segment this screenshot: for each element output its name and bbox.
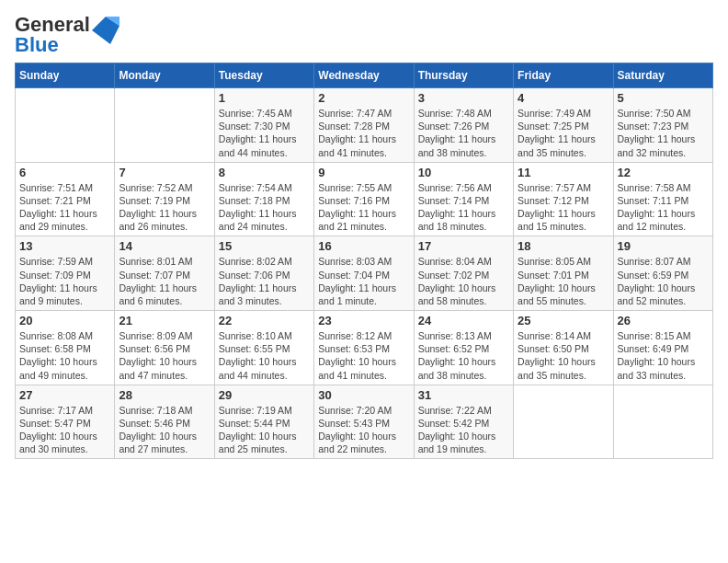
day-cell: 26 Sunrise: 8:15 AMSunset: 6:49 PMDaylig… [613, 311, 712, 385]
logo-icon [92, 17, 119, 44]
day-cell [514, 385, 613, 459]
day-info: Sunrise: 7:47 AMSunset: 7:28 PMDaylight:… [318, 107, 409, 159]
day-cell: 25 Sunrise: 8:14 AMSunset: 6:50 PMDaylig… [514, 311, 613, 385]
day-info: Sunrise: 7:55 AMSunset: 7:16 PMDaylight:… [318, 181, 409, 234]
day-info: Sunrise: 8:03 AMSunset: 7:04 PMDaylight:… [318, 255, 409, 307]
day-cell: 9 Sunrise: 7:55 AMSunset: 7:16 PMDayligh… [314, 162, 414, 236]
day-cell: 18 Sunrise: 8:05 AMSunset: 7:01 PMDaylig… [514, 236, 613, 311]
day-info: Sunrise: 8:13 AMSunset: 6:52 PMDaylight:… [418, 329, 509, 382]
day-cell [16, 88, 115, 163]
day-cell: 6 Sunrise: 7:51 AMSunset: 7:21 PMDayligh… [16, 162, 115, 236]
day-cell: 29 Sunrise: 7:19 AMSunset: 5:44 PMDaylig… [214, 385, 313, 459]
day-cell: 14 Sunrise: 8:01 AMSunset: 7:07 PMDaylig… [115, 236, 214, 311]
day-number: 17 [418, 239, 509, 253]
day-cell: 28 Sunrise: 7:18 AMSunset: 5:46 PMDaylig… [115, 385, 214, 459]
week-row-3: 13 Sunrise: 7:59 AMSunset: 7:09 PMDaylig… [16, 236, 713, 311]
day-cell: 13 Sunrise: 7:59 AMSunset: 7:09 PMDaylig… [16, 236, 115, 311]
day-info: Sunrise: 7:18 AMSunset: 5:46 PMDaylight:… [119, 404, 210, 456]
col-header-monday: Monday [115, 63, 214, 88]
day-number: 8 [219, 166, 310, 179]
day-number: 11 [518, 166, 609, 179]
day-number: 12 [618, 166, 709, 179]
day-number: 28 [119, 388, 210, 402]
day-info: Sunrise: 8:12 AMSunset: 6:53 PMDaylight:… [318, 329, 409, 382]
day-info: Sunrise: 7:54 AMSunset: 7:18 PMDaylight:… [219, 181, 310, 234]
day-info: Sunrise: 8:07 AMSunset: 6:59 PMDaylight:… [618, 255, 709, 307]
day-info: Sunrise: 8:10 AMSunset: 6:55 PMDaylight:… [219, 329, 310, 382]
day-number: 31 [418, 388, 509, 402]
day-number: 25 [518, 314, 609, 327]
day-info: Sunrise: 7:50 AMSunset: 7:23 PMDaylight:… [618, 107, 709, 159]
day-cell: 3 Sunrise: 7:48 AMSunset: 7:26 PMDayligh… [414, 88, 513, 163]
day-number: 9 [318, 166, 409, 179]
day-cell: 24 Sunrise: 8:13 AMSunset: 6:52 PMDaylig… [414, 311, 513, 385]
day-cell: 15 Sunrise: 8:02 AMSunset: 7:06 PMDaylig… [214, 236, 313, 311]
day-number: 1 [219, 91, 310, 105]
day-cell: 11 Sunrise: 7:57 AMSunset: 7:12 PMDaylig… [514, 162, 613, 236]
day-info: Sunrise: 7:17 AMSunset: 5:47 PMDaylight:… [19, 404, 110, 456]
day-info: Sunrise: 7:45 AMSunset: 7:30 PMDaylight:… [219, 107, 310, 159]
day-info: Sunrise: 7:22 AMSunset: 5:42 PMDaylight:… [418, 404, 509, 456]
day-cell: 5 Sunrise: 7:50 AMSunset: 7:23 PMDayligh… [613, 88, 712, 163]
day-number: 23 [318, 314, 409, 327]
day-number: 18 [518, 239, 609, 253]
day-number: 3 [418, 91, 509, 105]
day-cell [115, 88, 214, 163]
day-number: 30 [318, 388, 409, 402]
day-cell [613, 385, 712, 459]
day-cell: 17 Sunrise: 8:04 AMSunset: 7:02 PMDaylig… [414, 236, 513, 311]
day-number: 27 [19, 388, 110, 402]
day-cell: 22 Sunrise: 8:10 AMSunset: 6:55 PMDaylig… [214, 311, 313, 385]
week-row-1: 1 Sunrise: 7:45 AMSunset: 7:30 PMDayligh… [16, 88, 713, 163]
day-info: Sunrise: 8:08 AMSunset: 6:58 PMDaylight:… [19, 329, 110, 382]
day-cell: 7 Sunrise: 7:52 AMSunset: 7:19 PMDayligh… [115, 162, 214, 236]
day-info: Sunrise: 8:09 AMSunset: 6:56 PMDaylight:… [119, 329, 210, 382]
day-info: Sunrise: 8:14 AMSunset: 6:50 PMDaylight:… [518, 329, 609, 382]
day-cell: 10 Sunrise: 7:56 AMSunset: 7:14 PMDaylig… [414, 162, 513, 236]
day-info: Sunrise: 7:19 AMSunset: 5:44 PMDaylight:… [219, 404, 310, 456]
day-cell: 21 Sunrise: 8:09 AMSunset: 6:56 PMDaylig… [115, 311, 214, 385]
day-cell: 20 Sunrise: 8:08 AMSunset: 6:58 PMDaylig… [16, 311, 115, 385]
day-cell: 30 Sunrise: 7:20 AMSunset: 5:43 PMDaylig… [314, 385, 414, 459]
col-header-friday: Friday [514, 63, 613, 88]
day-info: Sunrise: 7:49 AMSunset: 7:25 PMDaylight:… [518, 107, 609, 159]
day-cell: 31 Sunrise: 7:22 AMSunset: 5:42 PMDaylig… [414, 385, 513, 459]
logo-text: GeneralBlue [15, 15, 90, 55]
day-info: Sunrise: 8:01 AMSunset: 7:07 PMDaylight:… [119, 255, 210, 307]
week-row-4: 20 Sunrise: 8:08 AMSunset: 6:58 PMDaylig… [16, 311, 713, 385]
day-number: 16 [318, 239, 409, 253]
week-row-5: 27 Sunrise: 7:17 AMSunset: 5:47 PMDaylig… [16, 385, 713, 459]
day-number: 10 [418, 166, 509, 179]
day-info: Sunrise: 7:52 AMSunset: 7:19 PMDaylight:… [119, 181, 210, 234]
day-cell: 19 Sunrise: 8:07 AMSunset: 6:59 PMDaylig… [613, 236, 712, 311]
header-row: SundayMondayTuesdayWednesdayThursdayFrid… [16, 63, 713, 88]
day-number: 20 [19, 314, 110, 327]
day-info: Sunrise: 7:48 AMSunset: 7:26 PMDaylight:… [418, 107, 509, 159]
day-cell: 4 Sunrise: 7:49 AMSunset: 7:25 PMDayligh… [514, 88, 613, 163]
day-number: 4 [518, 91, 609, 105]
week-row-2: 6 Sunrise: 7:51 AMSunset: 7:21 PMDayligh… [16, 162, 713, 236]
day-info: Sunrise: 7:20 AMSunset: 5:43 PMDaylight:… [318, 404, 409, 456]
col-header-saturday: Saturday [613, 63, 712, 88]
day-number: 22 [219, 314, 310, 327]
calendar-table: SundayMondayTuesdayWednesdayThursdayFrid… [15, 63, 713, 459]
day-number: 6 [19, 166, 110, 179]
col-header-wednesday: Wednesday [314, 63, 414, 88]
day-number: 29 [219, 388, 310, 402]
day-number: 2 [318, 91, 409, 105]
logo: GeneralBlue [15, 15, 119, 55]
day-info: Sunrise: 8:05 AMSunset: 7:01 PMDaylight:… [518, 255, 609, 307]
day-cell: 8 Sunrise: 7:54 AMSunset: 7:18 PMDayligh… [214, 162, 313, 236]
day-info: Sunrise: 7:59 AMSunset: 7:09 PMDaylight:… [19, 255, 110, 307]
day-number: 5 [618, 91, 709, 105]
day-cell: 2 Sunrise: 7:47 AMSunset: 7:28 PMDayligh… [314, 88, 414, 163]
day-number: 7 [119, 166, 210, 179]
day-info: Sunrise: 7:58 AMSunset: 7:11 PMDaylight:… [618, 181, 709, 234]
day-number: 24 [418, 314, 509, 327]
day-info: Sunrise: 8:04 AMSunset: 7:02 PMDaylight:… [418, 255, 509, 307]
day-info: Sunrise: 7:51 AMSunset: 7:21 PMDaylight:… [19, 181, 110, 234]
day-info: Sunrise: 8:15 AMSunset: 6:49 PMDaylight:… [618, 329, 709, 382]
col-header-thursday: Thursday [414, 63, 513, 88]
day-cell: 27 Sunrise: 7:17 AMSunset: 5:47 PMDaylig… [16, 385, 115, 459]
col-header-sunday: Sunday [16, 63, 115, 88]
